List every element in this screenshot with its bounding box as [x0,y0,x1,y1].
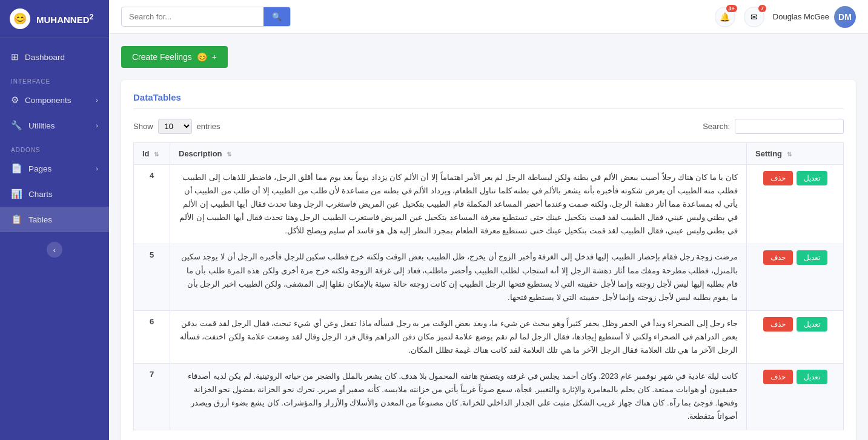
charts-label: Charts [28,190,53,199]
show-entries: Show 10 25 50 100 entries [133,119,220,134]
create-feelings-plus-icon: + [212,52,217,62]
table-cell-setting: حذفتعديل [747,310,844,363]
table-cell-setting: حذفتعديل [747,244,844,310]
table-cell-description: كان يا ما كان هناك رجلاً أصيب ببعض الألم… [170,165,747,244]
table-cell-setting: حذفتعديل [747,165,844,244]
sidebar: 😊 MUHANNED2 ⊞ Dashboard INTERFACE ⚙ Comp… [0,0,109,440]
search-input[interactable] [122,8,263,25]
toggle-circle-icon: ‹ [47,242,62,258]
action-buttons: حذفتعديل [755,171,835,185]
table-cell-setting: حذفتعديل [747,364,844,430]
sidebar-nav: ⊞ Dashboard INTERFACE ⚙ Components › 🔧 U… [0,38,109,440]
envelope-icon: ✉ [750,12,758,22]
chevron-right-icon: › [96,96,98,104]
search-button[interactable]: 🔍 [263,7,290,26]
delete-button[interactable]: حذف [763,250,793,265]
edit-button[interactable]: تعديل [797,250,827,265]
sidebar-item-charts[interactable]: 📊 Charts [0,181,109,207]
utilities-icon: 🔧 [11,120,22,131]
show-label: Show [133,122,153,131]
sidebar-item-tables[interactable]: 📋 Tables [0,207,109,232]
user-avatar: DM [834,6,856,28]
edit-button[interactable]: تعديل [797,171,827,185]
col-header-setting: Setting ⇅ [747,143,844,165]
table-cell-id: 6 [134,310,170,363]
app-name: MUHANNED2 [36,13,93,25]
table-search: Search: [703,119,844,134]
col-header-description: Description ⇅ [170,143,747,165]
edit-button[interactable]: تعديل [797,317,827,332]
pages-icon: 📄 [11,163,22,174]
topbar: 🔍 🔔 3+ ✉ 7 Douglas McGee DM [109,0,868,34]
main-content: 🔍 🔔 3+ ✉ 7 Douglas McGee DM Create Feeli… [109,0,868,440]
logo-icon: 😊 [10,8,30,29]
chevron-right-icon-utilities: › [96,122,98,129]
table-row: 6جاء رجل إلى الصحراء وبدأ في الحفر وظل ي… [134,310,844,363]
search-table-label: Search: [703,122,730,131]
page-body: Create Feelings 😊 + DataTables Show 10 2… [109,34,868,440]
table-cell-description: كانت ليلة عادية في شهر نوفمبر عام 2023. … [170,364,747,430]
user-info[interactable]: Douglas McGee DM [773,6,856,28]
table-cell-description: جاء رجل إلى الصحراء وبدأ في الحفر وظل يح… [170,310,747,363]
bell-icon: 🔔 [720,12,730,22]
sidebar-item-pages[interactable]: 📄 Pages › [0,156,109,181]
components-icon: ⚙ [11,95,19,105]
card-title: DataTables [133,92,844,109]
sidebar-item-components[interactable]: ⚙ Components › [0,87,109,113]
delete-button[interactable]: حذف [763,370,793,384]
chevron-right-icon-pages: › [96,165,98,172]
charts-icon: 📊 [11,188,22,199]
dashboard-label: Dashboard [25,53,65,62]
tables-label: Tables [28,215,52,224]
table-cell-id: 4 [134,165,170,244]
sidebar-item-utilities[interactable]: 🔧 Utilities › [0,113,109,138]
sidebar-item-dashboard[interactable]: ⊞ Dashboard [0,44,109,70]
message-count: 7 [758,5,766,12]
tables-icon: 📋 [11,214,22,225]
table-row: 7كانت ليلة عادية في شهر نوفمبر عام 2023.… [134,364,844,430]
entries-label: entries [197,122,220,131]
table-row: 5مرضت زوجة رجل فقام بإحضار الطبيب إليها … [134,244,844,310]
topbar-right: 🔔 3+ ✉ 7 Douglas McGee DM [715,6,856,28]
action-buttons: حذفتعديل [755,250,835,265]
table-row: 4كان يا ما كان هناك رجلاً أصيب ببعض الأل… [134,165,844,244]
message-badge[interactable]: ✉ 7 [744,7,764,27]
action-buttons: حذفتعديل [755,317,835,332]
col-header-id: Id ⇅ [134,143,170,165]
utilities-label: Utilities [28,121,55,130]
edit-button[interactable]: تعديل [797,370,827,384]
notification-count: 3+ [726,5,737,12]
sort-setting-icon[interactable]: ⇅ [787,151,792,158]
interface-section-label: INTERFACE [0,70,109,87]
user-initials: DM [838,12,852,22]
sort-id-icon[interactable]: ⇅ [154,151,159,158]
entries-select[interactable]: 10 25 50 100 [158,119,192,134]
dashboard-icon: ⊞ [11,52,19,62]
search-icon: 🔍 [272,12,282,21]
table-search-input[interactable] [735,119,844,134]
datatable-card: DataTables Show 10 25 50 100 entries Sea… [121,80,856,440]
addons-section-label: ADDONS [0,138,109,156]
components-label: Components [25,96,71,105]
delete-button[interactable]: حذف [763,317,793,332]
table-cell-id: 5 [134,244,170,310]
create-feelings-button[interactable]: Create Feelings 😊 + [121,46,228,68]
search-bar: 🔍 [121,7,291,27]
table-controls: Show 10 25 50 100 entries Search: [133,119,844,134]
user-name: Douglas McGee [773,12,829,21]
delete-button[interactable]: حذف [763,171,793,185]
create-feelings-emoji: 😊 [197,52,207,62]
table-cell-id: 7 [134,364,170,430]
data-table: Id ⇅ Description ⇅ Setting ⇅ [133,142,844,430]
action-buttons: حذفتعديل [755,370,835,384]
pages-label: Pages [28,164,51,173]
sidebar-toggle[interactable]: ‹ [0,232,109,267]
sort-desc-icon[interactable]: ⇅ [227,151,231,158]
notification-bell[interactable]: 🔔 3+ [715,7,735,27]
sidebar-logo: 😊 MUHANNED2 [0,0,109,38]
create-feelings-label: Create Feelings [132,52,192,62]
table-cell-description: مرضت زوجة رجل فقام بإحضار الطبيب إليها ف… [170,244,747,310]
